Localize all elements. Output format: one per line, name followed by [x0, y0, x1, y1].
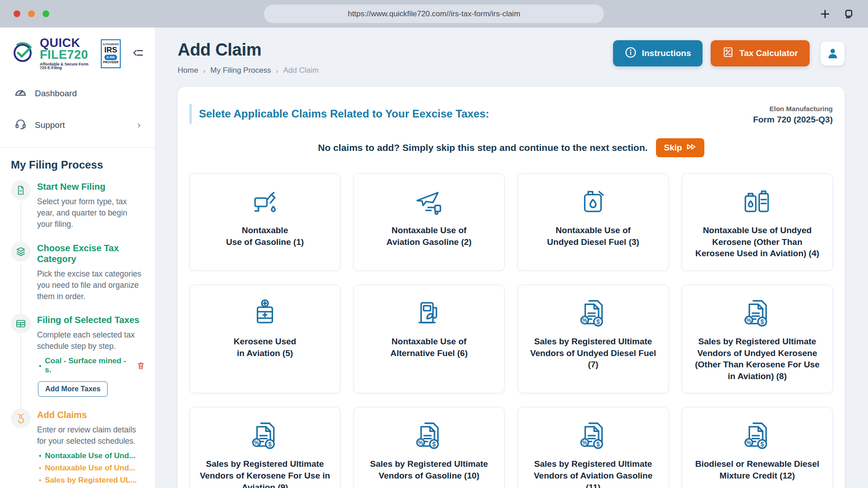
calculator-icon [722, 47, 734, 60]
claim-card-nontaxable-gasoline[interactable]: Nontaxable Use of Gasoline (1) [189, 174, 340, 271]
form-name: Form 720 (2025-Q3) [753, 115, 833, 125]
process-step-filing-selected-taxes[interactable]: Filing of Selected Taxes Complete each s… [11, 314, 144, 409]
breadcrumb: Home › My Filing Process › Add Claim [178, 66, 319, 75]
sidebar-divider [0, 147, 155, 148]
brand-tagline: Affordable & Secure Form 720 E-Filing [40, 62, 94, 70]
maximize-window-button[interactable] [42, 10, 49, 17]
sales-invoice-icon [741, 419, 773, 453]
dashboard-gauge-icon [14, 86, 27, 101]
chevron-separator-icon: › [276, 67, 278, 75]
tap-hand-icon [11, 408, 31, 428]
airplane-fuel-icon [413, 186, 445, 219]
chevron-right-icon: › [137, 119, 141, 131]
sidebar-item-support[interactable]: Support › [11, 109, 144, 141]
table-icon [11, 314, 31, 333]
filing-process-heading: My Filing Process [11, 159, 144, 171]
claim-card-aviation-gasoline[interactable]: Nontaxable Use of Aviation Gasoline (2) [354, 174, 505, 271]
claim-card-vendors-aviation-gasoline[interactable]: Sales by Registered Ultimate Vendors of … [518, 407, 669, 488]
claim-item[interactable]: • Sales by Registered UL... [39, 476, 144, 485]
eco-fuel-pump-icon [413, 297, 445, 330]
sidebar-collapse-icon[interactable] [132, 47, 144, 61]
sidebar-item-dashboard[interactable]: Dashboard [11, 78, 144, 109]
claim-item[interactable]: • Nontaxable Use of Und... [39, 451, 144, 460]
skip-helper-text: No claims to add? Simply skip this step … [318, 142, 647, 153]
aviation-drum-icon [249, 297, 281, 330]
tabs-overview-icon[interactable] [844, 9, 854, 19]
quickfile-logo-icon[interactable] [11, 41, 34, 66]
claim-card-vendors-gasoline[interactable]: Sales by Registered Ultimate Vendors of … [354, 407, 505, 488]
claim-card-biodiesel-mixture-credit[interactable]: Biodiesel or Renewable Diesel Mixture Cr… [682, 407, 833, 488]
claim-card-undyed-kerosene[interactable]: Nontaxable Use of Undyed Kerosene (Other… [682, 174, 833, 271]
irs-efile-provider-badge: AUTHORIZED IRS e-file PROVIDER [101, 39, 121, 68]
kerosene-containers-icon [741, 186, 773, 219]
close-window-button[interactable] [14, 10, 20, 17]
sales-invoice-icon [413, 419, 445, 453]
window-controls [14, 10, 49, 17]
process-step-start-new-filing[interactable]: Start New Filing Select your form type, … [11, 181, 144, 243]
claim-card-undyed-diesel[interactable]: Nontaxable Use of Undyed Diesel Fuel (3) [518, 174, 669, 271]
claim-card-vendors-undyed-kerosene[interactable]: Sales by Registered Ultimate Vendors of … [682, 285, 833, 394]
sidebar: QUICK FILE720 Affordable & Secure Form 7… [0, 28, 156, 488]
chevron-separator-icon: › [203, 67, 205, 75]
panel-title: Selete Applicable Claims Related to Your… [189, 104, 489, 124]
info-icon [625, 47, 637, 61]
sales-invoice-icon [577, 419, 609, 453]
breadcrumb-my-filing-process[interactable]: My Filing Process [210, 66, 271, 75]
claim-card-vendors-undyed-diesel[interactable]: Sales by Registered Ultimate Vendors of … [518, 285, 669, 394]
nav-label: Support [35, 120, 65, 130]
support-headset-icon [14, 118, 27, 132]
process-step-add-claims[interactable]: Add Claims Enter or review claim details… [11, 409, 144, 488]
claim-card-vendors-kerosene-aviation[interactable]: Sales by Registered Ultimate Vendors of … [189, 407, 340, 488]
new-tab-plus-icon[interactable] [820, 9, 830, 19]
claim-item[interactable]: • Nontaxable Use of Und... [39, 464, 144, 473]
form-info: Elon Manufacturing Form 720 (2025-Q3) [753, 104, 833, 125]
page-title: Add Claim [178, 40, 319, 60]
claim-cards-grid: Nontaxable Use of Gasoline (1) Nontaxabl… [189, 174, 833, 488]
document-icon [11, 180, 31, 200]
fuel-nozzle-icon [249, 186, 281, 219]
sales-invoice-icon [741, 297, 773, 330]
minimize-window-button[interactable] [28, 10, 35, 17]
layers-icon [11, 242, 31, 262]
user-avatar-icon[interactable] [821, 42, 844, 66]
sales-invoice-icon [249, 419, 281, 453]
brand-wordmark[interactable]: QUICK FILE720 Affordable & Secure Form 7… [40, 38, 94, 70]
add-more-taxes-button[interactable]: Add More Taxes [38, 381, 108, 397]
breadcrumb-home[interactable]: Home [178, 66, 198, 75]
trash-icon[interactable] [137, 362, 144, 370]
skip-button[interactable]: Skip [656, 138, 704, 157]
claim-card-alternative-fuel[interactable]: Nontaxable Use of Alternative Fuel (6) [354, 285, 505, 394]
process-step-choose-category[interactable]: Choose Excise Tax Category Pick the exci… [11, 243, 144, 315]
instructions-button[interactable]: Instructions [613, 40, 703, 66]
url-bar[interactable]: https://www.quickfile720.com//irs-tax-fo… [264, 5, 604, 23]
main-content: Add Claim Home › My Filing Process › Add… [156, 28, 868, 488]
company-name: Elon Manufacturing [753, 105, 833, 113]
claim-card-kerosene-aviation[interactable]: Kerosene Used in Aviation (5) [189, 285, 340, 394]
browser-chrome: https://www.quickfile720.com//irs-tax-fo… [0, 0, 868, 28]
sales-invoice-icon [577, 297, 609, 330]
fast-forward-icon [686, 143, 696, 153]
breadcrumb-add-claim: Add Claim [283, 66, 319, 75]
nav-label: Dashboard [35, 89, 77, 99]
claims-panel: Selete Applicable Claims Related to Your… [178, 87, 844, 488]
screenshot-root: https://www.quickfile720.com//irs-tax-fo… [0, 0, 868, 488]
fuel-can-icon [577, 186, 609, 219]
tax-calculator-button[interactable]: Tax Calculator [711, 40, 810, 66]
selected-tax-item[interactable]: • Coal - Surface mined - s. [39, 357, 144, 375]
